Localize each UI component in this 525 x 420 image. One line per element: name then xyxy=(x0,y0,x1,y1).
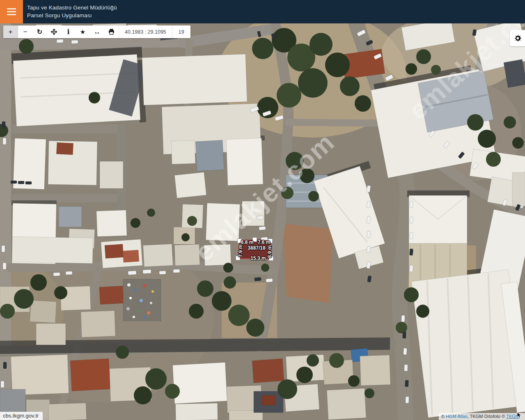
star-icon: ★ xyxy=(80,29,85,35)
satellite-map[interactable] xyxy=(0,0,525,420)
measure-icon: ↔ xyxy=(94,28,101,35)
attribution-prefix: © xyxy=(441,414,446,419)
map-attribution: © HGM Atlas, TKGM Ortofoto © TKGM xyxy=(439,413,525,420)
minus-icon: − xyxy=(23,28,28,35)
zoom-out-button[interactable]: − xyxy=(18,25,32,38)
settings-button[interactable] xyxy=(510,30,525,46)
parcel-edge-label-left: 7.9 m xyxy=(238,245,243,257)
parcel-number-label: 3887/18 xyxy=(248,245,265,251)
print-button[interactable] xyxy=(104,25,119,38)
zoom-in-button[interactable]: + xyxy=(3,25,18,38)
app-titles: Tapu ve Kadastro Genel Müdürlüğü Parsel … xyxy=(23,0,117,23)
parcel-edge-label-bottom: 15.3 m xyxy=(250,255,266,261)
menu-button[interactable] xyxy=(0,0,23,23)
info-button[interactable]: i xyxy=(61,25,76,38)
print-icon xyxy=(108,28,115,35)
attribution-middle: , TKGM Ortofoto © xyxy=(468,414,507,419)
app-header: Tapu ve Kadastro Genel Müdürlüğü Parsel … xyxy=(0,0,525,23)
mouse-cursor-icon xyxy=(517,412,522,418)
measure-button[interactable]: ↔ xyxy=(90,25,104,38)
parcel-edge-label-right: 8.9 m xyxy=(267,246,273,258)
plus-icon: + xyxy=(9,28,13,35)
attribution-link-hgm-atlas[interactable]: HGM Atlas xyxy=(446,414,468,419)
pan-button[interactable] xyxy=(47,25,61,38)
parcel-query-app: emlakjet.com emlakjet.com 6.8 m 7.6 m 38… xyxy=(0,0,525,420)
map-toolbar: + − ↻ i ★ ↔ xyxy=(3,25,190,38)
gear-icon xyxy=(514,34,522,42)
app-title-line1: Tapu ve Kadastro Genel Müdürlüğü xyxy=(27,4,117,11)
favorites-button[interactable]: ★ xyxy=(76,25,90,38)
zoom-level-display: 19 xyxy=(172,25,190,38)
coordinates-display: 40.1983 : 29.1095 xyxy=(119,25,172,38)
refresh-icon: ↻ xyxy=(37,29,42,35)
refresh-button[interactable]: ↻ xyxy=(32,25,47,38)
app-title-line2: Parsel Sorgu Uygulaması xyxy=(27,11,117,19)
status-link-url: cbs.tkgm.gov.tr xyxy=(0,412,43,420)
info-icon: i xyxy=(67,29,69,35)
parcel-edge-label-top-right: 7.6 m xyxy=(258,239,271,245)
pan-icon xyxy=(50,28,57,35)
